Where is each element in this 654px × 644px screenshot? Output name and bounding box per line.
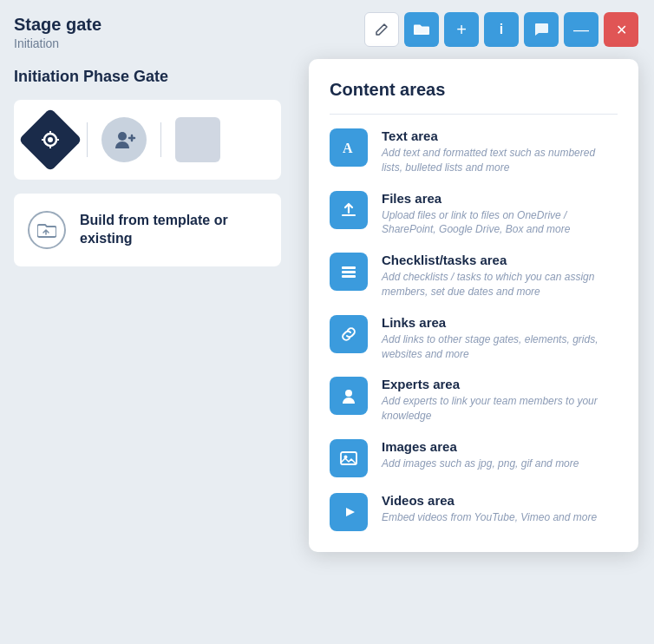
- area-item-checklist-area[interactable]: Checklist/tasks area Add checklists / ta…: [330, 253, 618, 299]
- placeholder-icon: [175, 117, 220, 162]
- phase-gate-heading: Initiation Phase Gate: [14, 68, 281, 86]
- svg-rect-11: [342, 271, 356, 273]
- vertical-divider-2: [160, 122, 161, 157]
- minus-button[interactable]: —: [564, 12, 598, 47]
- content-areas-panel: Content areas A Text area Add text and f…: [309, 59, 638, 552]
- videos-area-icon: [330, 493, 368, 531]
- vertical-divider-1: [87, 122, 88, 157]
- panel-title: Content areas: [330, 80, 618, 100]
- images-area-title: Images area: [382, 439, 579, 454]
- images-area-icon: [330, 439, 368, 477]
- svg-point-1: [48, 137, 53, 142]
- experts-area-icon: [330, 377, 368, 415]
- area-item-links-area[interactable]: Links area Add links to other stage gate…: [330, 315, 618, 362]
- diamond-icon: [18, 108, 82, 172]
- areas-list: A Text area Add text and formatted text …: [330, 128, 618, 531]
- area-item-experts-area[interactable]: Experts area Add experts to link your te…: [330, 377, 618, 424]
- videos-area-title: Videos area: [382, 493, 597, 508]
- files-area-icon: [330, 191, 368, 229]
- images-area-desc: Add images such as jpg, png, gif and mor…: [382, 457, 579, 471]
- build-from-template[interactable]: Build from template or existing: [14, 194, 281, 266]
- svg-rect-12: [342, 275, 356, 278]
- folder-button[interactable]: [404, 12, 439, 47]
- files-area-title: Files area: [382, 191, 618, 206]
- stage-gate-subtitle: Initiation: [14, 36, 281, 50]
- videos-area-desc: Embed videos from YouTube, Vimeo and mor…: [382, 510, 597, 525]
- files-area-desc: Upload files or link to files on OneDriv…: [382, 208, 618, 238]
- experts-area-desc: Add experts to link your team members to…: [382, 394, 618, 424]
- icons-row: [14, 100, 281, 180]
- checklist-area-title: Checklist/tasks area: [382, 253, 618, 267]
- experts-area-title: Experts area: [382, 377, 618, 391]
- stage-gate-title: Stage gate: [14, 14, 281, 35]
- comment-button[interactable]: [524, 12, 559, 47]
- svg-point-13: [345, 390, 352, 397]
- info-button[interactable]: i: [484, 12, 519, 47]
- area-item-text-area[interactable]: A Text area Add text and formatted text …: [330, 128, 618, 175]
- checklist-area-icon: [330, 253, 368, 291]
- checklist-area-desc: Add checklists / tasks to which you can …: [382, 270, 618, 299]
- edit-button[interactable]: [364, 12, 399, 47]
- svg-rect-10: [342, 266, 356, 269]
- svg-point-6: [118, 132, 127, 141]
- links-area-title: Links area: [382, 315, 618, 330]
- links-area-icon: [330, 315, 368, 353]
- left-panel: Stage gate Initiation Initiation Phase G…: [0, 0, 295, 644]
- add-button[interactable]: +: [444, 12, 479, 47]
- text-area-icon: A: [330, 128, 368, 167]
- svg-marker-16: [346, 508, 355, 516]
- text-area-title: Text area: [382, 128, 618, 143]
- folder-circle-icon: [28, 211, 66, 249]
- area-item-files-area[interactable]: Files area Upload files or link to files…: [330, 191, 618, 238]
- text-area-desc: Add text and formatted text such as numb…: [382, 146, 618, 175]
- svg-text:A: A: [343, 141, 353, 155]
- panel-divider: [330, 114, 618, 115]
- links-area-desc: Add links to other stage gates, elements…: [382, 332, 618, 362]
- build-label: Build from template or existing: [80, 212, 267, 248]
- user-add-icon: [101, 117, 147, 162]
- area-item-videos-area[interactable]: Videos area Embed videos from YouTube, V…: [330, 493, 618, 531]
- close-button[interactable]: ✕: [604, 12, 638, 47]
- area-item-images-area[interactable]: Images area Add images such as jpg, png,…: [330, 439, 618, 477]
- toolbar: + i — ✕: [364, 12, 638, 47]
